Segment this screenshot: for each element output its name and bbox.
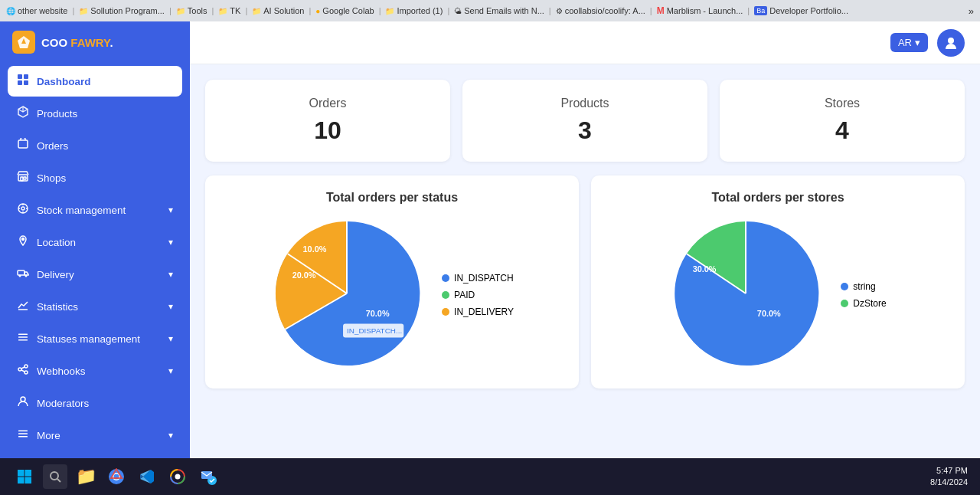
- legend-item-delivery: IN_DELIVERY: [442, 307, 514, 317]
- orders-icon: [17, 138, 29, 153]
- taskbar-filemanager-icon[interactable]: 📁: [74, 464, 98, 489]
- main-header: AR ▾: [190, 21, 980, 64]
- svg-text:70.0%: 70.0%: [757, 309, 781, 318]
- sidebar-item-location[interactable]: Location ▾: [8, 227, 182, 257]
- tab-tk[interactable]: 📁 TK: [218, 6, 240, 15]
- chevron-down-icon: ▾: [168, 269, 173, 280]
- tab-coolify[interactable]: ⚙ coollabsio/coolify: A...: [556, 6, 645, 15]
- sidebar-item-statistics[interactable]: Statistics ▾: [8, 291, 182, 322]
- stat-card-products: Products 3: [462, 80, 707, 162]
- legend-dot-dzstore: [841, 300, 848, 307]
- svg-point-61: [175, 474, 181, 480]
- legend-label-dzstore: DzStore: [853, 298, 886, 309]
- tab-sollution[interactable]: 📁 Sollution Program...: [79, 6, 165, 15]
- sidebar-item-moderators[interactable]: Moderators: [8, 388, 182, 418]
- sidebar-item-products[interactable]: Products: [8, 98, 182, 129]
- svg-text:IN_DISPATCH...: IN_DISPATCH...: [347, 326, 402, 335]
- logo-text: COO FAWRY.: [41, 36, 113, 49]
- svg-text:20.0%: 20.0%: [292, 270, 316, 280]
- sidebar-item-label: Stock management: [37, 205, 161, 216]
- svg-line-27: [21, 367, 24, 369]
- sidebar-item-shops[interactable]: Shops: [8, 162, 182, 193]
- sidebar-item-label: Shops: [37, 172, 173, 184]
- stat-stores-value: 4: [738, 116, 946, 145]
- taskbar-date: 8/14/2024: [930, 477, 968, 488]
- stat-orders-label: Orders: [224, 97, 432, 110]
- svg-line-28: [21, 370, 24, 372]
- sidebar-item-dashboard[interactable]: Dashboard: [8, 66, 182, 97]
- taskbar-search-icon[interactable]: [43, 464, 67, 489]
- chart-orders-per-status: Total orders per status: [205, 175, 579, 388]
- sidebar-item-label: Delivery: [37, 269, 161, 280]
- tab-portfolio[interactable]: Ba Developer Portfolio...: [754, 6, 848, 15]
- sidebar-item-statuses[interactable]: Statuses management ▾: [8, 323, 182, 354]
- legend-dot-dispatch: [442, 274, 449, 282]
- svg-rect-63: [201, 471, 212, 479]
- chart-legend-stores: string DzStore: [841, 281, 886, 309]
- tab-tools[interactable]: 📁 Tools: [176, 6, 207, 15]
- sidebar-item-pricing[interactable]: pricing: [8, 452, 182, 458]
- chart-title-stores: Total orders per stores: [606, 191, 949, 205]
- svg-rect-5: [24, 80, 28, 85]
- language-selector[interactable]: AR ▾: [890, 33, 928, 52]
- sidebar-item-label: Dashboard: [37, 76, 173, 87]
- stat-products-value: 3: [481, 116, 689, 145]
- sidebar-navigation: Dashboard Products: [0, 63, 190, 458]
- legend-item-dzstore: DzStore: [841, 298, 886, 309]
- chevron-down-icon: ▾: [168, 333, 173, 344]
- tab-email[interactable]: 🌤 Send Emails with N...: [454, 6, 544, 15]
- svg-point-52: [51, 472, 58, 480]
- webhooks-icon: [17, 363, 29, 379]
- legend-item-paid: PAID: [442, 290, 514, 300]
- taskbar-mail-icon[interactable]: [196, 464, 220, 489]
- tab-marblism[interactable]: M Marblism - Launch...: [657, 5, 743, 16]
- main-right: AR ▾ Orders 10 Produ: [190, 21, 980, 458]
- tab-more[interactable]: »: [969, 5, 974, 17]
- taskbar-clock: 5:47 PM 8/14/2024: [930, 465, 968, 489]
- svg-rect-6: [18, 140, 28, 148]
- legend-label-paid: PAID: [454, 290, 475, 300]
- svg-rect-17: [18, 270, 24, 275]
- svg-rect-51: [25, 477, 32, 484]
- sidebar-item-label: Statuses management: [37, 333, 161, 345]
- statuses-icon: [17, 331, 29, 346]
- tab-imported[interactable]: 📁 Imported (1): [385, 6, 443, 15]
- sidebar-item-label: Statistics: [37, 301, 161, 313]
- user-avatar[interactable]: [937, 29, 965, 57]
- taskbar-vscode-icon[interactable]: [135, 464, 159, 489]
- sidebar-item-delivery[interactable]: Delivery ▾: [8, 259, 182, 290]
- stat-card-orders: Orders 10: [205, 80, 450, 162]
- chart-orders-per-stores: Total orders per stores: [591, 175, 965, 388]
- svg-rect-21: [18, 334, 28, 336]
- more-icon: [17, 428, 29, 443]
- svg-point-11: [21, 207, 24, 210]
- taskbar-chrome2-icon[interactable]: [165, 464, 190, 489]
- sidebar-item-label: Products: [37, 108, 173, 120]
- svg-point-29: [21, 397, 25, 402]
- pie-chart-stores: 70.0% 30.0%: [669, 217, 822, 373]
- stat-stores-label: Stores: [738, 97, 946, 110]
- sidebar-item-orders[interactable]: Orders: [8, 130, 182, 161]
- chevron-down-icon: ▾: [168, 430, 173, 441]
- svg-rect-9: [24, 177, 26, 179]
- svg-rect-23: [18, 339, 28, 341]
- svg-rect-31: [18, 433, 28, 434]
- chevron-down-icon: ▾: [168, 237, 173, 248]
- taskbar-left: 📁: [12, 464, 220, 489]
- tab-colab[interactable]: ● Google Colab: [315, 6, 374, 15]
- svg-rect-8: [21, 177, 23, 181]
- stat-orders-value: 10: [224, 116, 432, 145]
- sidebar-item-label: More: [37, 430, 161, 441]
- sidebar-item-stock-management[interactable]: Stock management ▾: [8, 195, 182, 225]
- taskbar-start-icon[interactable]: [12, 464, 37, 489]
- sidebar-item-webhooks[interactable]: Webhooks ▾: [8, 356, 182, 386]
- taskbar-chrome-icon[interactable]: [104, 464, 129, 489]
- sidebar-item-more[interactable]: More ▾: [8, 420, 182, 451]
- svg-rect-50: [18, 477, 24, 484]
- tab-other-website[interactable]: 🌐 other website: [6, 6, 67, 15]
- sidebar-item-label: Moderators: [37, 398, 173, 409]
- svg-line-53: [57, 479, 60, 482]
- legend-label-delivery: IN_DELIVERY: [454, 307, 514, 317]
- tab-ai[interactable]: 📁 AI Solution: [252, 6, 304, 15]
- header-right: AR ▾: [890, 29, 965, 57]
